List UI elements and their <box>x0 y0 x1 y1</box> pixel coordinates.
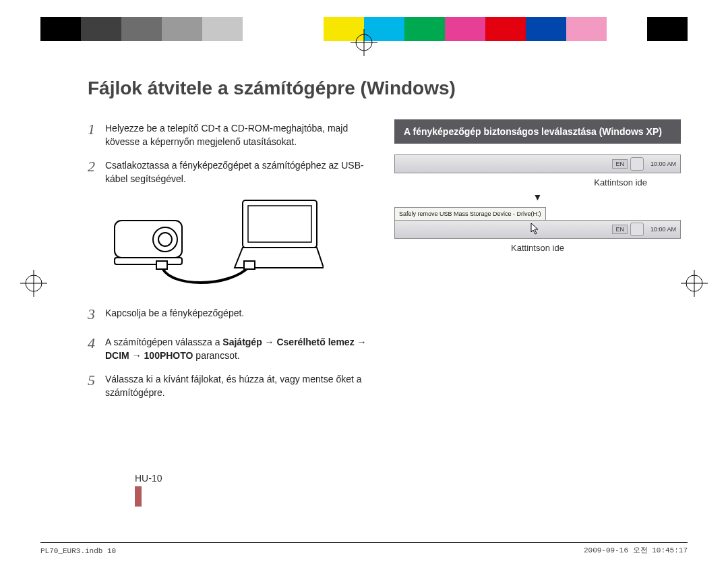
footer-filename: PL70_EUR3.indb 10 <box>40 547 116 555</box>
step-2: 2 Csatlakoztassa a fényképezőgépet a szá… <box>88 156 374 185</box>
color-swatch <box>81 17 121 41</box>
color-swatch <box>526 17 566 41</box>
svg-point-11 <box>158 233 172 246</box>
language-indicator: EN <box>612 225 628 234</box>
registration-mark-left <box>20 270 47 297</box>
page-title: Fájlok átvitele a számítógépre (Windows) <box>88 78 681 99</box>
step-4-path-dcim: DCIM <box>105 350 129 361</box>
color-swatch <box>566 17 607 41</box>
color-swatch <box>647 17 688 41</box>
click-here-caption-2: Kattintson ide <box>394 243 681 253</box>
step-4-path-100photo: 100PHOTO <box>144 350 193 361</box>
language-indicator: EN <box>612 159 628 169</box>
svg-rect-15 <box>156 261 167 269</box>
step-text: A számítógépen válassza a Sajátgép → Cse… <box>105 333 374 362</box>
safe-remove-column: A fényképezőgép biztonságos leválasztása… <box>394 119 681 408</box>
step-text: Válassza ki a kívánt fájlokat, és húzza … <box>105 370 374 399</box>
arrow-icon: → <box>355 337 367 347</box>
color-swatch <box>485 17 526 41</box>
color-swatch <box>162 17 202 41</box>
step-4-path-lemez: Cserélhető lemez <box>276 337 354 347</box>
step-number: 2 <box>88 156 105 185</box>
color-swatch <box>121 17 162 41</box>
steps-column: 1 Helyezze be a telepítő CD-t a CD-ROM-m… <box>88 119 374 408</box>
safely-remove-balloon: Safely remove USB Mass Storage Device - … <box>394 207 546 221</box>
step-3: 3 Kapcsolja be a fényképezőgépet. <box>88 304 374 325</box>
down-triangle-icon: ▼ <box>394 192 681 202</box>
arrow-icon: → <box>129 350 144 361</box>
step-text: Csatlakoztassa a fényképezőgépet a számí… <box>105 156 374 185</box>
registration-mark-right <box>681 270 708 297</box>
step-4: 4 A számítógépen válassza a Sajátgép → C… <box>88 333 374 362</box>
svg-rect-13 <box>243 200 317 248</box>
step-5: 5 Válassza ki a kívánt fájlokat, és húzz… <box>88 370 374 399</box>
arrow-icon: → <box>262 337 277 347</box>
svg-point-10 <box>153 227 177 252</box>
color-swatch <box>40 17 81 41</box>
footer-timestamp: 2009-09-16 오전 10:45:17 <box>584 545 688 555</box>
color-swatch <box>283 17 324 41</box>
step-text: Helyezze be a telepítő CD-t a CD-ROM-meg… <box>105 119 374 148</box>
tray-safely-remove-icon <box>630 223 644 236</box>
tray-safely-remove-icon <box>630 157 644 171</box>
step-4-path-sajatgep: Sajátgép <box>222 337 262 347</box>
tray-clock: 10:00 AM <box>646 161 680 167</box>
step-number: 5 <box>88 370 105 399</box>
step-number: 1 <box>88 119 105 148</box>
step-text: Kapcsolja be a fényképezőgépet. <box>105 304 244 325</box>
page-number: HU-10 <box>135 473 162 507</box>
footer-rule <box>40 542 688 543</box>
svg-rect-16 <box>244 261 255 269</box>
registration-mark-top <box>351 29 377 56</box>
step-number: 4 <box>88 333 105 362</box>
step-1: 1 Helyezze be a telepítő CD-t a CD-ROM-m… <box>88 119 374 148</box>
tray-clock: 10:00 AM <box>646 226 680 233</box>
color-swatch <box>445 17 485 41</box>
safe-remove-heading: A fényképezőgép biztonságos leválasztása… <box>394 119 681 144</box>
color-swatch <box>607 17 647 41</box>
page-number-bar-icon <box>135 486 142 507</box>
page-number-text: HU-10 <box>135 473 162 484</box>
color-swatch <box>404 17 445 41</box>
color-swatch <box>243 17 283 41</box>
step-4-pre: A számítógépen válassza a <box>105 337 222 347</box>
taskbar-screenshot-2: Safely remove USB Mass Storage Device - … <box>394 206 681 239</box>
svg-rect-12 <box>115 258 182 264</box>
camera-laptop-illustration <box>108 194 374 291</box>
step-number: 3 <box>88 304 105 325</box>
svg-rect-14 <box>248 206 311 242</box>
color-swatch <box>202 17 243 41</box>
taskbar-screenshot-1: EN 10:00 AM <box>394 154 681 173</box>
click-here-caption-1: Kattintson ide <box>394 177 681 188</box>
step-4-post: parancsot. <box>193 350 239 361</box>
